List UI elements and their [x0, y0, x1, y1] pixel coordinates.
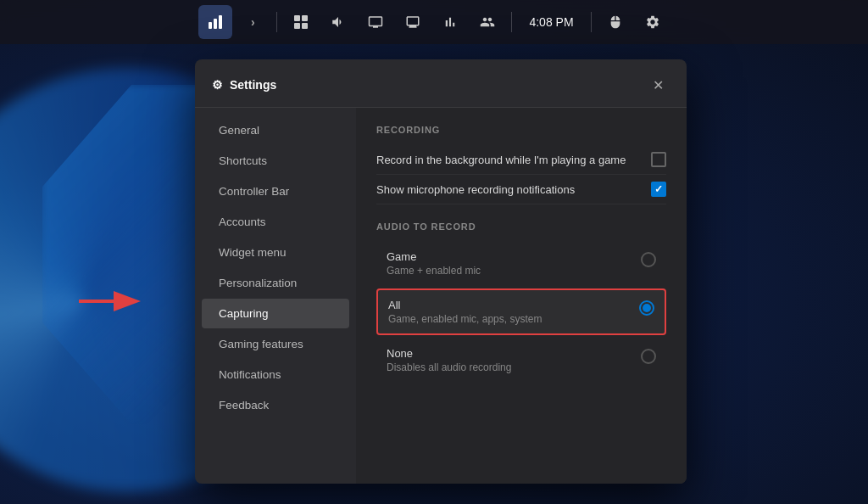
- svg-rect-5: [294, 23, 300, 29]
- audio-game-subtitle: Game + enabled mic: [387, 265, 634, 277]
- sidebar-item-gaming-features[interactable]: Gaming features: [202, 329, 349, 359]
- svg-rect-0: [209, 22, 212, 29]
- sidebar-item-controller-bar[interactable]: Controller Bar: [202, 176, 349, 206]
- taskbar-volume-icon[interactable]: [321, 5, 355, 39]
- audio-none-text: None Disables all audio recording: [387, 347, 634, 373]
- taskbar-grid-icon[interactable]: [284, 5, 318, 39]
- show-mic-checkbox[interactable]: [651, 182, 666, 197]
- audio-none-title: None: [387, 347, 634, 360]
- taskbar-screen2-icon[interactable]: [396, 5, 430, 39]
- sidebar-item-accounts[interactable]: Accounts: [202, 207, 349, 237]
- gear-icon: ⚙: [212, 78, 223, 92]
- svg-rect-4: [302, 15, 308, 21]
- audio-all-title: All: [388, 299, 632, 311]
- svg-rect-1: [214, 19, 217, 29]
- taskbar-divider-3: [591, 12, 592, 32]
- audio-option-game[interactable]: Game Game + enabled mic: [376, 242, 666, 285]
- audio-none-subtitle: Disables all audio recording: [387, 361, 634, 373]
- modal-body: General Shortcuts Controller Bar Account…: [195, 108, 687, 484]
- sidebar-item-personalization[interactable]: Personalization: [202, 268, 349, 298]
- sidebar-item-notifications[interactable]: Notifications: [202, 360, 349, 389]
- audio-option-none[interactable]: None Disables all audio recording: [376, 339, 666, 382]
- taskbar-chart2-icon[interactable]: [433, 5, 467, 39]
- taskbar-people-icon[interactable]: [470, 5, 504, 39]
- modal-title: ⚙ Settings: [212, 78, 276, 92]
- audio-none-radio[interactable]: [641, 349, 656, 364]
- sidebar-item-capturing[interactable]: Capturing: [202, 299, 349, 328]
- audio-section: AUDIO TO RECORD Game Game + enabled mic …: [376, 221, 666, 382]
- settings-sidebar: General Shortcuts Controller Bar Account…: [195, 108, 356, 484]
- audio-section-label: AUDIO TO RECORD: [376, 221, 666, 232]
- record-bg-row: Record in the background while I'm playi…: [376, 145, 666, 175]
- audio-all-radio[interactable]: [639, 300, 654, 316]
- taskbar: ›: [0, 0, 868, 44]
- sidebar-item-shortcuts[interactable]: Shortcuts: [202, 146, 349, 176]
- record-bg-checkbox[interactable]: [651, 152, 666, 167]
- settings-title-label: Settings: [230, 78, 276, 92]
- svg-rect-3: [294, 15, 300, 21]
- audio-game-text: Game Game + enabled mic: [387, 250, 634, 277]
- record-bg-label: Record in the background while I'm playi…: [376, 154, 626, 166]
- taskbar-center: ›: [198, 5, 669, 39]
- modal-header: ⚙ Settings ✕: [195, 59, 687, 108]
- recording-section-label: RECORDING: [376, 125, 666, 135]
- audio-game-title: Game: [387, 250, 634, 263]
- show-mic-row: Show microphone recording notifications: [376, 175, 666, 204]
- audio-game-radio[interactable]: [641, 252, 656, 267]
- taskbar-time: 4:08 PM: [519, 15, 583, 29]
- audio-all-text: All Game, enabled mic, apps, system: [388, 299, 632, 325]
- arrow-indicator: [75, 288, 142, 314]
- taskbar-divider-1: [276, 12, 277, 32]
- show-mic-label: Show microphone recording notifications: [376, 183, 575, 196]
- taskbar-monitor-icon[interactable]: [359, 5, 392, 39]
- sidebar-item-feedback[interactable]: Feedback: [202, 390, 349, 420]
- audio-all-subtitle: Game, enabled mic, apps, system: [388, 313, 632, 325]
- svg-rect-2: [219, 15, 222, 29]
- sidebar-item-widget-menu[interactable]: Widget menu: [202, 238, 349, 267]
- close-button[interactable]: ✕: [646, 73, 670, 97]
- svg-rect-6: [302, 23, 308, 29]
- taskbar-chevron-icon[interactable]: ›: [236, 5, 270, 39]
- settings-modal: ⚙ Settings ✕ General Shortcuts Controlle…: [195, 59, 687, 484]
- audio-option-all[interactable]: All Game, enabled mic, apps, system: [376, 288, 666, 335]
- taskbar-divider-2: [511, 12, 512, 32]
- settings-content: RECORDING Record in the background while…: [356, 108, 687, 484]
- taskbar-mouse-icon[interactable]: [598, 5, 632, 39]
- sidebar-item-general[interactable]: General: [202, 115, 349, 145]
- taskbar-stats-icon[interactable]: [198, 5, 232, 39]
- taskbar-gear-icon[interactable]: [636, 5, 670, 39]
